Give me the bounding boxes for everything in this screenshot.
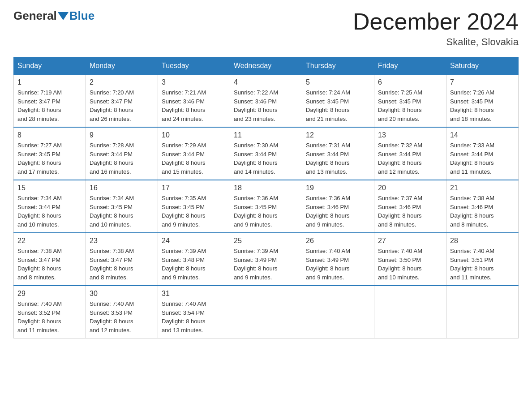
day-number: 24	[162, 237, 226, 245]
day-info: Sunrise: 7:20 AM Sunset: 3:47 PM Dayligh…	[90, 88, 154, 123]
table-row: 29 Sunrise: 7:40 AM Sunset: 3:52 PM Dayl…	[14, 286, 86, 338]
day-info: Sunrise: 7:31 AM Sunset: 3:44 PM Dayligh…	[306, 141, 370, 176]
day-number: 3	[162, 78, 226, 86]
day-number: 25	[234, 237, 298, 245]
table-row: 15 Sunrise: 7:34 AM Sunset: 3:44 PM Dayl…	[14, 180, 86, 233]
location-subtitle: Skalite, Slovakia	[353, 36, 519, 48]
col-wednesday: Wednesday	[230, 57, 302, 75]
table-row: 1 Sunrise: 7:19 AM Sunset: 3:47 PM Dayli…	[14, 75, 86, 128]
day-number: 1	[17, 78, 82, 86]
day-info: Sunrise: 7:30 AM Sunset: 3:44 PM Dayligh…	[234, 141, 298, 176]
table-row: 17 Sunrise: 7:35 AM Sunset: 3:45 PM Dayl…	[158, 180, 230, 233]
day-number: 11	[234, 131, 298, 139]
day-info: Sunrise: 7:25 AM Sunset: 3:45 PM Dayligh…	[378, 88, 442, 123]
day-number: 19	[306, 184, 370, 192]
day-number: 5	[306, 78, 370, 86]
calendar-table: Sunday Monday Tuesday Wednesday Thursday…	[13, 57, 519, 338]
day-number: 29	[17, 290, 82, 298]
table-row: 5 Sunrise: 7:24 AM Sunset: 3:45 PM Dayli…	[302, 75, 374, 128]
day-number: 23	[90, 237, 154, 245]
day-number: 30	[90, 290, 154, 298]
day-info: Sunrise: 7:32 AM Sunset: 3:44 PM Dayligh…	[378, 141, 442, 176]
day-info: Sunrise: 7:40 AM Sunset: 3:54 PM Dayligh…	[162, 300, 226, 334]
day-info: Sunrise: 7:21 AM Sunset: 3:46 PM Dayligh…	[162, 88, 226, 123]
table-row: 26 Sunrise: 7:40 AM Sunset: 3:49 PM Dayl…	[302, 233, 374, 286]
day-number: 6	[378, 78, 442, 86]
table-row: 28 Sunrise: 7:40 AM Sunset: 3:51 PM Dayl…	[446, 233, 519, 286]
page-header: General Blue December 2024 Skalite, Slov…	[13, 9, 519, 48]
table-row: 2 Sunrise: 7:20 AM Sunset: 3:47 PM Dayli…	[86, 75, 158, 128]
day-info: Sunrise: 7:37 AM Sunset: 3:46 PM Dayligh…	[378, 194, 442, 229]
day-info: Sunrise: 7:40 AM Sunset: 3:52 PM Dayligh…	[17, 300, 82, 334]
calendar-week-row: 29 Sunrise: 7:40 AM Sunset: 3:52 PM Dayl…	[14, 286, 519, 338]
day-number: 16	[90, 184, 154, 192]
table-row: 19 Sunrise: 7:36 AM Sunset: 3:46 PM Dayl…	[302, 180, 374, 233]
logo-triangle-icon	[58, 12, 69, 20]
day-number: 9	[90, 131, 154, 139]
table-row: 10 Sunrise: 7:29 AM Sunset: 3:44 PM Dayl…	[158, 127, 230, 180]
day-number: 14	[450, 131, 515, 139]
day-number: 12	[306, 131, 370, 139]
day-info: Sunrise: 7:28 AM Sunset: 3:44 PM Dayligh…	[90, 141, 154, 176]
day-info: Sunrise: 7:19 AM Sunset: 3:47 PM Dayligh…	[17, 88, 82, 123]
day-info: Sunrise: 7:36 AM Sunset: 3:45 PM Dayligh…	[234, 194, 298, 229]
table-row: 20 Sunrise: 7:37 AM Sunset: 3:46 PM Dayl…	[374, 180, 446, 233]
col-monday: Monday	[86, 57, 158, 75]
logo-blue-text: Blue	[69, 9, 94, 23]
table-row: 4 Sunrise: 7:22 AM Sunset: 3:46 PM Dayli…	[230, 75, 302, 128]
day-number: 21	[450, 184, 515, 192]
day-info: Sunrise: 7:40 AM Sunset: 3:50 PM Dayligh…	[378, 247, 442, 282]
col-saturday: Saturday	[446, 57, 519, 75]
day-info: Sunrise: 7:38 AM Sunset: 3:46 PM Dayligh…	[450, 194, 515, 229]
calendar-week-row: 1 Sunrise: 7:19 AM Sunset: 3:47 PM Dayli…	[14, 75, 519, 128]
day-number: 8	[17, 131, 82, 139]
title-section: December 2024 Skalite, Slovakia	[353, 9, 519, 48]
day-number: 26	[306, 237, 370, 245]
table-row: 6 Sunrise: 7:25 AM Sunset: 3:45 PM Dayli…	[374, 75, 446, 128]
table-row: 23 Sunrise: 7:38 AM Sunset: 3:47 PM Dayl…	[86, 233, 158, 286]
table-row	[446, 286, 519, 338]
table-row: 8 Sunrise: 7:27 AM Sunset: 3:45 PM Dayli…	[14, 127, 86, 180]
day-info: Sunrise: 7:40 AM Sunset: 3:51 PM Dayligh…	[450, 247, 515, 282]
day-info: Sunrise: 7:36 AM Sunset: 3:46 PM Dayligh…	[306, 194, 370, 229]
month-title: December 2024	[353, 9, 519, 34]
day-number: 31	[162, 290, 226, 298]
table-row: 18 Sunrise: 7:36 AM Sunset: 3:45 PM Dayl…	[230, 180, 302, 233]
day-info: Sunrise: 7:39 AM Sunset: 3:48 PM Dayligh…	[162, 247, 226, 282]
col-tuesday: Tuesday	[158, 57, 230, 75]
table-row	[302, 286, 374, 338]
table-row: 16 Sunrise: 7:34 AM Sunset: 3:45 PM Dayl…	[86, 180, 158, 233]
day-number: 4	[234, 78, 298, 86]
day-number: 2	[90, 78, 154, 86]
table-row: 3 Sunrise: 7:21 AM Sunset: 3:46 PM Dayli…	[158, 75, 230, 128]
table-row: 22 Sunrise: 7:38 AM Sunset: 3:47 PM Dayl…	[14, 233, 86, 286]
day-info: Sunrise: 7:34 AM Sunset: 3:45 PM Dayligh…	[90, 194, 154, 229]
table-row: 9 Sunrise: 7:28 AM Sunset: 3:44 PM Dayli…	[86, 127, 158, 180]
table-row: 24 Sunrise: 7:39 AM Sunset: 3:48 PM Dayl…	[158, 233, 230, 286]
day-number: 20	[378, 184, 442, 192]
table-row: 25 Sunrise: 7:39 AM Sunset: 3:49 PM Dayl…	[230, 233, 302, 286]
day-number: 7	[450, 78, 515, 86]
logo: General Blue	[13, 9, 94, 23]
day-number: 22	[17, 237, 82, 245]
day-number: 27	[378, 237, 442, 245]
table-row	[374, 286, 446, 338]
calendar-week-row: 15 Sunrise: 7:34 AM Sunset: 3:44 PM Dayl…	[14, 180, 519, 233]
day-number: 15	[17, 184, 82, 192]
day-number: 18	[234, 184, 298, 192]
table-row: 21 Sunrise: 7:38 AM Sunset: 3:46 PM Dayl…	[446, 180, 519, 233]
col-sunday: Sunday	[14, 57, 86, 75]
table-row: 13 Sunrise: 7:32 AM Sunset: 3:44 PM Dayl…	[374, 127, 446, 180]
day-info: Sunrise: 7:24 AM Sunset: 3:45 PM Dayligh…	[306, 88, 370, 123]
calendar-week-row: 22 Sunrise: 7:38 AM Sunset: 3:47 PM Dayl…	[14, 233, 519, 286]
table-row: 7 Sunrise: 7:26 AM Sunset: 3:45 PM Dayli…	[446, 75, 519, 128]
calendar-header-row: Sunday Monday Tuesday Wednesday Thursday…	[14, 57, 519, 75]
calendar-week-row: 8 Sunrise: 7:27 AM Sunset: 3:45 PM Dayli…	[14, 127, 519, 180]
day-info: Sunrise: 7:34 AM Sunset: 3:44 PM Dayligh…	[17, 194, 82, 229]
day-number: 28	[450, 237, 515, 245]
day-info: Sunrise: 7:33 AM Sunset: 3:44 PM Dayligh…	[450, 141, 515, 176]
table-row: 14 Sunrise: 7:33 AM Sunset: 3:44 PM Dayl…	[446, 127, 519, 180]
col-friday: Friday	[374, 57, 446, 75]
table-row: 30 Sunrise: 7:40 AM Sunset: 3:53 PM Dayl…	[86, 286, 158, 338]
col-thursday: Thursday	[302, 57, 374, 75]
